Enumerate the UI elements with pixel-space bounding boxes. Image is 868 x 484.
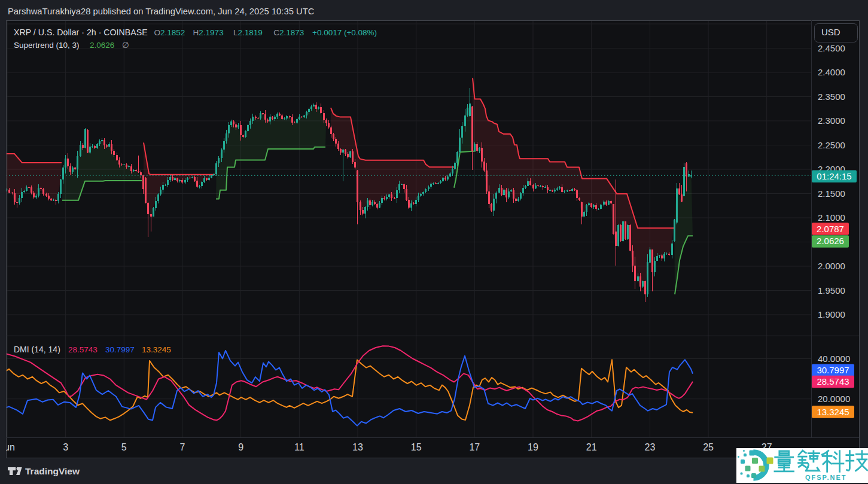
svg-text:XRP / U.S. Dollar · 2h · COINB: XRP / U.S. Dollar · 2h · COINBASE — [14, 28, 148, 37]
svg-text:Supertrend (10, 3): Supertrend (10, 3) — [14, 41, 80, 50]
svg-text:1.9500: 1.9500 — [818, 285, 845, 296]
svg-text:19: 19 — [528, 442, 538, 452]
svg-text:01:24:15: 01:24:15 — [817, 171, 851, 181]
svg-text:2.4500: 2.4500 — [818, 43, 845, 53]
svg-text:QFSP.NET: QFSP.NET — [805, 474, 847, 481]
svg-text:1.9000: 1.9000 — [818, 309, 845, 319]
svg-text:TradingView: TradingView — [25, 466, 80, 476]
svg-text:USD: USD — [821, 27, 840, 37]
svg-text:2.0626: 2.0626 — [817, 236, 844, 246]
svg-text:O2.1852: O2.1852 — [154, 28, 185, 37]
svg-text:30.7997: 30.7997 — [817, 365, 849, 375]
svg-text:11: 11 — [294, 442, 304, 452]
svg-text:23: 23 — [645, 442, 656, 452]
svg-text:3: 3 — [63, 442, 68, 452]
svg-text:2.0787: 2.0787 — [817, 224, 844, 234]
svg-text:2.3500: 2.3500 — [818, 92, 845, 102]
svg-text:30.7997: 30.7997 — [105, 345, 135, 354]
svg-text:28.5743: 28.5743 — [817, 376, 849, 386]
svg-text:C2.1873: C2.1873 — [273, 28, 304, 37]
svg-text:H2.1973: H2.1973 — [193, 28, 224, 37]
svg-text:2.1000: 2.1000 — [818, 212, 845, 223]
svg-text:9: 9 — [238, 442, 243, 452]
svg-text:ParshwaTurakhiya28 published o: ParshwaTurakhiya28 published on TradingV… — [8, 7, 315, 16]
svg-text:2.4000: 2.4000 — [818, 67, 845, 77]
svg-text:13.3245: 13.3245 — [817, 407, 849, 417]
svg-text:40.0000: 40.0000 — [818, 354, 850, 364]
svg-text:7: 7 — [179, 442, 185, 452]
svg-text:5: 5 — [121, 442, 127, 452]
svg-text:25: 25 — [703, 442, 714, 452]
svg-text:21: 21 — [586, 442, 597, 452]
svg-text:2.0000: 2.0000 — [818, 261, 845, 271]
svg-text:20.0000: 20.0000 — [818, 394, 850, 404]
svg-text:2.0626: 2.0626 — [90, 41, 114, 50]
svg-text:13.3245: 13.3245 — [142, 345, 171, 354]
svg-text:L2.1819: L2.1819 — [233, 28, 263, 37]
svg-text:2.2500: 2.2500 — [818, 140, 845, 150]
svg-text:DMI (14, 14): DMI (14, 14) — [14, 345, 60, 354]
svg-text:∅: ∅ — [122, 41, 129, 50]
svg-text:2.3000: 2.3000 — [818, 115, 845, 126]
svg-text:+0.0017 (+0.08%): +0.0017 (+0.08%) — [312, 28, 377, 37]
svg-text:2.1500: 2.1500 — [818, 188, 845, 199]
svg-text:15: 15 — [411, 442, 422, 452]
svg-text:28.5743: 28.5743 — [68, 345, 98, 354]
svg-text:13: 13 — [352, 442, 363, 452]
svg-text:17: 17 — [469, 442, 480, 452]
